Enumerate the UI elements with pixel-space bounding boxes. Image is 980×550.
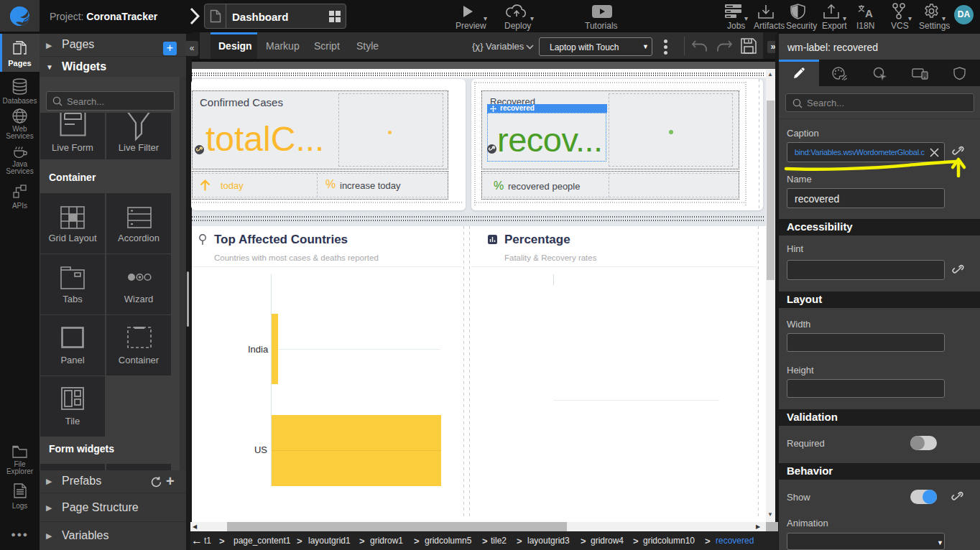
- svg-text:A: A: [865, 7, 873, 19]
